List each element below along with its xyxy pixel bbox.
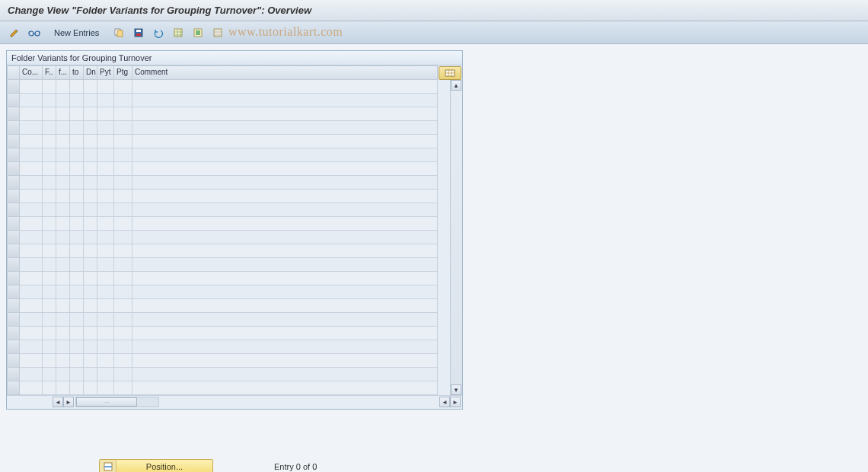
cell-ptg[interactable] (114, 272, 132, 285)
cell-f2[interactable] (56, 313, 70, 327)
cell-f2[interactable] (56, 244, 70, 258)
cell-f1[interactable] (43, 368, 56, 381)
cell-f2[interactable] (56, 299, 70, 313)
cell-ptg[interactable] (114, 217, 132, 231)
cell-comment[interactable] (132, 313, 438, 327)
select-block-button[interactable] (190, 24, 206, 41)
cell-f2[interactable] (56, 231, 70, 244)
cell-co[interactable] (20, 299, 43, 313)
cell-co[interactable] (20, 217, 43, 231)
row-selector[interactable] (8, 340, 20, 354)
cell-ptg[interactable] (114, 94, 132, 107)
cell-pyt[interactable] (97, 217, 114, 231)
cell-dn[interactable] (84, 299, 97, 313)
cell-comment[interactable] (132, 340, 438, 354)
cell-co[interactable] (20, 135, 43, 148)
cell-ptg[interactable] (114, 107, 132, 121)
cell-f2[interactable] (56, 258, 70, 272)
cell-pyt[interactable] (97, 80, 114, 94)
cell-to[interactable] (70, 107, 84, 121)
cell-f1[interactable] (43, 203, 56, 217)
cell-dn[interactable] (84, 368, 97, 381)
cell-to[interactable] (70, 244, 84, 258)
configure-columns-button[interactable] (439, 66, 461, 80)
scroll-right-end-button[interactable]: ► (450, 397, 461, 407)
cell-to[interactable] (70, 368, 84, 381)
row-selector[interactable] (8, 244, 20, 258)
cell-to[interactable] (70, 381, 84, 395)
row-selector[interactable] (8, 231, 20, 244)
cell-pyt[interactable] (97, 354, 114, 368)
cell-f1[interactable] (43, 190, 56, 203)
cell-to[interactable] (70, 121, 84, 135)
cell-to[interactable] (70, 327, 84, 340)
deselect-button[interactable] (209, 24, 226, 41)
cell-ptg[interactable] (114, 327, 132, 340)
cell-to[interactable] (70, 162, 84, 176)
cell-ptg[interactable] (114, 285, 132, 299)
cell-f1[interactable] (43, 354, 56, 368)
cell-f1[interactable] (43, 162, 56, 176)
cell-comment[interactable] (132, 94, 438, 107)
table-row[interactable] (8, 217, 438, 231)
cell-co[interactable] (20, 258, 43, 272)
cell-f2[interactable] (56, 148, 70, 162)
cell-f1[interactable] (43, 258, 56, 272)
cell-f2[interactable] (56, 272, 70, 285)
cell-comment[interactable] (132, 203, 438, 217)
row-selector[interactable] (8, 148, 20, 162)
cell-f2[interactable] (56, 190, 70, 203)
cell-f1[interactable] (43, 80, 56, 94)
cell-f2[interactable] (56, 217, 70, 231)
cell-dn[interactable] (84, 176, 97, 190)
cell-f2[interactable] (56, 80, 70, 94)
cell-to[interactable] (70, 354, 84, 368)
scroll-up-button[interactable]: ▲ (451, 80, 461, 91)
row-selector[interactable] (8, 354, 20, 368)
table-row[interactable] (8, 148, 438, 162)
cell-dn[interactable] (84, 258, 97, 272)
position-button[interactable]: Position... (99, 459, 213, 472)
cell-pyt[interactable] (97, 231, 114, 244)
cell-comment[interactable] (132, 381, 438, 395)
cell-co[interactable] (20, 121, 43, 135)
table-row[interactable] (8, 80, 438, 94)
cell-co[interactable] (20, 272, 43, 285)
cell-to[interactable] (70, 285, 84, 299)
cell-f1[interactable] (43, 231, 56, 244)
table-row[interactable] (8, 244, 438, 258)
cell-ptg[interactable] (114, 231, 132, 244)
cell-f1[interactable] (43, 176, 56, 190)
cell-pyt[interactable] (97, 190, 114, 203)
cell-co[interactable] (20, 327, 43, 340)
vertical-scrollbar[interactable]: ▲ ▼ (450, 80, 462, 395)
cell-comment[interactable] (132, 176, 438, 190)
cell-to[interactable] (70, 340, 84, 354)
cell-comment[interactable] (132, 354, 438, 368)
cell-ptg[interactable] (114, 381, 132, 395)
cell-f1[interactable] (43, 217, 56, 231)
row-selector[interactable] (8, 190, 20, 203)
cell-f2[interactable] (56, 368, 70, 381)
cell-comment[interactable] (132, 231, 438, 244)
cell-f1[interactable] (43, 148, 56, 162)
cell-to[interactable] (70, 148, 84, 162)
cell-f2[interactable] (56, 203, 70, 217)
cell-f1[interactable] (43, 381, 56, 395)
table-row[interactable] (8, 190, 438, 203)
row-selector[interactable] (8, 80, 20, 94)
cell-pyt[interactable] (97, 176, 114, 190)
cell-f1[interactable] (43, 285, 56, 299)
cell-f2[interactable] (56, 121, 70, 135)
cell-comment[interactable] (132, 162, 438, 176)
cell-to[interactable] (70, 135, 84, 148)
cell-comment[interactable] (132, 190, 438, 203)
cell-co[interactable] (20, 313, 43, 327)
table-row[interactable] (8, 135, 438, 148)
cell-f2[interactable] (56, 107, 70, 121)
row-selector[interactable] (8, 121, 20, 135)
cell-comment[interactable] (132, 135, 438, 148)
cell-f2[interactable] (56, 135, 70, 148)
cell-pyt[interactable] (97, 107, 114, 121)
cell-pyt[interactable] (97, 285, 114, 299)
